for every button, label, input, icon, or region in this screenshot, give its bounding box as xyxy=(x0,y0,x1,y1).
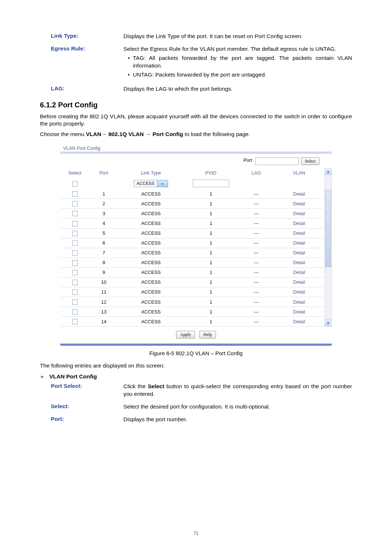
chevron-right-icon: ➢ xyxy=(40,374,44,379)
cell-linktype: ACCESS xyxy=(118,238,184,248)
table-row: 3ACCESS1---Detail xyxy=(60,209,324,218)
table-scrollbar[interactable] xyxy=(324,168,332,327)
th-select: Select xyxy=(60,168,89,178)
row-checkbox[interactable] xyxy=(72,201,78,206)
port-input[interactable] xyxy=(255,157,299,165)
cell-linktype: ACCESS xyxy=(118,297,184,307)
select-all-checkbox[interactable] xyxy=(72,181,78,186)
cell-port: 11 xyxy=(89,287,118,297)
section-heading: 6.1.2 Port Config xyxy=(40,101,352,109)
row-checkbox[interactable] xyxy=(72,260,78,266)
desc-port-select: Click the Select button to quick-select … xyxy=(123,383,352,398)
scroll-up-icon[interactable] xyxy=(325,168,331,175)
port-label: Port xyxy=(244,157,252,165)
detail-link[interactable]: Detail xyxy=(293,211,305,216)
svg-marker-2 xyxy=(327,322,329,324)
th-port: Port xyxy=(89,168,118,178)
row-checkbox[interactable] xyxy=(72,299,78,305)
cell-port: 4 xyxy=(89,218,118,228)
detail-link[interactable]: Detail xyxy=(293,309,305,315)
cell-pvid: 1 xyxy=(184,228,238,238)
cell-port: 1 xyxy=(89,189,118,199)
panel-title: VLAN Port Config xyxy=(60,143,332,152)
row-checkbox[interactable] xyxy=(72,270,78,275)
apply-button[interactable]: Apply xyxy=(176,331,195,338)
desc-link-type: Displays the Link Type of the port. It c… xyxy=(123,33,352,40)
cell-lag: --- xyxy=(238,277,274,287)
vlan-port-config-screenshot: VLAN Port Config Port Select Select Port… xyxy=(60,143,332,346)
detail-link[interactable]: Detail xyxy=(293,279,305,285)
cell-linktype: ACCESS xyxy=(118,277,184,287)
cell-linktype: ACCESS xyxy=(118,218,184,228)
cell-pvid: 1 xyxy=(184,297,238,307)
cell-port: 8 xyxy=(89,258,118,267)
menu-path-post: to load the following page. xyxy=(183,131,250,137)
detail-link[interactable]: Detail xyxy=(293,191,305,197)
row-checkbox[interactable] xyxy=(72,191,78,197)
cell-pvid: 1 xyxy=(184,267,238,277)
cell-lag: --- xyxy=(238,307,274,317)
detail-link[interactable]: Detail xyxy=(293,319,305,324)
row-checkbox[interactable] xyxy=(72,290,78,295)
detail-link[interactable]: Detail xyxy=(293,221,305,226)
row-checkbox[interactable] xyxy=(72,309,78,315)
cell-lag: --- xyxy=(238,199,274,209)
row-checkbox[interactable] xyxy=(72,250,78,256)
linktype-select[interactable]: ACCESS xyxy=(134,180,168,187)
detail-link[interactable]: Detail xyxy=(293,260,305,265)
cell-pvid: 1 xyxy=(184,238,238,248)
select-button[interactable]: Select xyxy=(301,157,319,165)
cell-lag: --- xyxy=(238,317,274,327)
cell-linktype: ACCESS xyxy=(118,287,184,297)
cell-linktype: ACCESS xyxy=(118,258,184,267)
term-port: Port: xyxy=(51,416,123,423)
cell-linktype: ACCESS xyxy=(118,248,184,258)
cell-port: 12 xyxy=(89,297,118,307)
linktype-value: ACCESS xyxy=(134,180,156,187)
term-lag: LAG: xyxy=(51,85,123,93)
table-row: 9ACCESS1---Detail xyxy=(60,267,324,277)
scroll-down-icon[interactable] xyxy=(325,320,331,326)
panel-bottom-bar xyxy=(60,344,332,346)
cell-lag: --- xyxy=(238,267,274,277)
term-link-type: Link Type: xyxy=(51,33,123,40)
table-row: 1ACCESS1---Detail xyxy=(60,189,324,199)
cell-lag: --- xyxy=(238,189,274,199)
cell-port: 6 xyxy=(89,238,118,248)
detail-link[interactable]: Detail xyxy=(293,230,305,236)
row-checkbox[interactable] xyxy=(72,211,78,216)
detail-link[interactable]: Detail xyxy=(293,201,305,206)
row-checkbox[interactable] xyxy=(72,241,78,246)
svg-marker-1 xyxy=(327,171,329,172)
cell-pvid: 1 xyxy=(184,189,238,199)
table-row: 11ACCESS1---Detail xyxy=(60,287,324,297)
cell-lag: --- xyxy=(238,297,274,307)
subheading-vlan-port-config: VLAN Port Config xyxy=(49,373,97,380)
row-checkbox[interactable] xyxy=(72,280,78,285)
detail-link[interactable]: Detail xyxy=(293,289,305,295)
detail-link[interactable]: Detail xyxy=(293,270,305,275)
row-checkbox[interactable] xyxy=(72,221,78,226)
th-linktype: Link Type xyxy=(118,168,184,178)
table-row: 8ACCESS1---Detail xyxy=(60,258,324,267)
term-egress-rule: Egress Rule: xyxy=(51,45,123,80)
pvid-input[interactable] xyxy=(193,180,229,187)
entries-intro: The following entries are displayed on t… xyxy=(40,362,352,370)
cell-linktype: ACCESS xyxy=(118,267,184,277)
row-checkbox[interactable] xyxy=(72,319,78,324)
desc-egress-rule: Select the Egress Rule for the VLAN port… xyxy=(123,45,352,80)
row-checkbox[interactable] xyxy=(72,231,78,236)
scroll-thumb[interactable] xyxy=(325,190,331,267)
cell-linktype: ACCESS xyxy=(118,199,184,209)
cell-pvid: 1 xyxy=(184,199,238,209)
table-row: 10ACCESS1---Detail xyxy=(60,277,324,287)
cell-linktype: ACCESS xyxy=(118,307,184,317)
detail-link[interactable]: Detail xyxy=(293,250,305,255)
detail-link[interactable]: Detail xyxy=(293,299,305,305)
detail-link[interactable]: Detail xyxy=(293,240,305,246)
cell-port: 5 xyxy=(89,228,118,238)
cell-lag: --- xyxy=(238,228,274,238)
help-button[interactable]: Help xyxy=(199,331,216,338)
table-row: 6ACCESS1---Detail xyxy=(60,238,324,248)
cell-pvid: 1 xyxy=(184,258,238,267)
